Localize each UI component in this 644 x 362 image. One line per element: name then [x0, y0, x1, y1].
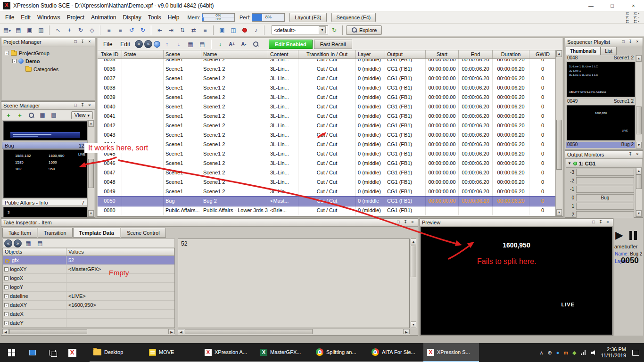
close-icon[interactable]: ×	[604, 220, 611, 226]
playlist-scrollbar[interactable]	[635, 55, 642, 148]
expand-icon[interactable]	[4, 312, 8, 316]
font-increase-button[interactable]	[227, 39, 237, 49]
grid-view-button[interactable]	[185, 39, 196, 49]
fast-recall-tab[interactable]: Fast Recall	[314, 40, 352, 49]
tree-node-projectgroup[interactable]: ProjectGroup	[2, 49, 94, 57]
object-row[interactable]: logoX	[3, 274, 174, 283]
search-button[interactable]	[250, 39, 261, 49]
scrollbar-thumb[interactable]	[185, 329, 313, 334]
scene-group-bug[interactable]: Bug 12	[2, 142, 87, 149]
previous-object-button[interactable]: «	[4, 239, 12, 247]
globe-icon[interactable]	[154, 41, 160, 48]
scroll-up-arrow[interactable]	[88, 120, 94, 127]
menu-item[interactable]: Project	[64, 12, 88, 23]
save-button[interactable]	[25, 25, 35, 35]
close-icon[interactable]: ×	[86, 103, 93, 109]
inspector-tab[interactable]: Transition	[38, 228, 73, 238]
scroll-up-arrow[interactable]	[411, 239, 416, 245]
scroll-left-arrow[interactable]	[2, 329, 9, 334]
add-group-button[interactable]	[15, 110, 25, 120]
network-icon[interactable]	[581, 350, 586, 355]
layout-button[interactable]: Layout (F3)	[289, 13, 326, 22]
menu-item[interactable]: Animation	[88, 12, 119, 23]
expand-icon[interactable]	[4, 321, 8, 325]
output-channel-header[interactable]: ▼ 1: CG1	[566, 159, 642, 168]
edit-enabled-tab[interactable]: Edit Enabled	[269, 40, 313, 49]
list-view-button[interactable]	[35, 238, 45, 248]
table-row[interactable]: 0046 Scene1 Scene1 2 3L-Lin... Cut / Cut…	[98, 159, 555, 168]
next-take-button[interactable]: »	[144, 40, 152, 48]
scroll-down-arrow[interactable]	[636, 210, 642, 217]
float-icon[interactable]: □	[72, 103, 79, 109]
shield-icon[interactable]: ◆	[572, 350, 576, 356]
table-row[interactable]: 0038 Scene1 Scene1 2 3L-Lin... Cut / Cut…	[98, 83, 555, 93]
pinned-browser-icon[interactable]	[23, 343, 42, 362]
scene-manager-scrollbar[interactable]	[87, 120, 94, 217]
distribute-left-button[interactable]	[155, 25, 165, 35]
gear-icon[interactable]: ⊕	[547, 350, 552, 356]
scrollbar-thumb[interactable]	[88, 159, 94, 188]
record-button[interactable]	[239, 25, 250, 35]
tray-expand-icon[interactable]: ∧	[539, 350, 543, 356]
playlist-item-label[interactable]: 0049 Scene1 2	[566, 99, 635, 105]
scroll-right-arrow[interactable]	[403, 329, 410, 334]
tree-node-demo[interactable]: Demo	[2, 57, 94, 65]
column-header[interactable]: Objects	[3, 248, 66, 255]
output-layer-row[interactable]: 2	[566, 210, 635, 219]
value-editor[interactable]: 52	[178, 239, 410, 328]
scrollbar-thumb[interactable]	[556, 120, 562, 169]
sequencer-file-menu[interactable]: File	[100, 40, 116, 49]
audio-button[interactable]	[251, 25, 261, 35]
taskbar-app-button[interactable]: Splitting an...	[312, 343, 368, 362]
table-row[interactable]: 0043 Scene1 Scene1 2 3L-Lin... Cut / Cut…	[98, 131, 555, 140]
redo-button[interactable]	[138, 25, 148, 35]
default-combo[interactable]: <default>▾	[272, 25, 328, 34]
column-header[interactable]: State	[122, 50, 164, 58]
float-icon[interactable]: □	[395, 220, 402, 226]
open-project-button[interactable]	[2, 25, 12, 35]
public-affairs-thumbnail[interactable]: 3	[3, 207, 87, 217]
close-icon[interactable]: ×	[409, 220, 416, 226]
taskbar-app-button[interactable]: MOVE	[145, 343, 201, 362]
table-row[interactable]: 0040 Scene1 Scene1 2 3L-Lin... Cut / Cut…	[98, 102, 555, 112]
paste-button[interactable]	[36, 25, 46, 35]
font-decrease-button[interactable]	[239, 39, 249, 49]
column-header[interactable]: GWID	[529, 50, 555, 58]
pin-icon[interactable]: ↧	[627, 39, 634, 45]
close-button[interactable]: ×	[623, 0, 644, 11]
scroll-down-arrow[interactable]	[411, 321, 416, 328]
bug-scene-thumbnail[interactable]: 1585,182 1600,950 LIVE 1585 1600 182 950	[3, 149, 87, 198]
pin-icon[interactable]: ↧	[627, 152, 634, 158]
play-button[interactable]: ▶	[615, 230, 623, 241]
taskbar-app-button[interactable]: X XPression S...	[423, 343, 479, 362]
thumbnail-view-button[interactable]	[37, 110, 48, 120]
view-dropdown[interactable]: View	[71, 111, 93, 119]
collapse-icon[interactable]	[5, 51, 9, 55]
grid-view-button[interactable]	[23, 238, 33, 248]
justify-button[interactable]	[200, 25, 210, 35]
output-layer-row[interactable]: 1	[566, 202, 635, 210]
editor-hscrollbar[interactable]	[178, 328, 410, 335]
insert-take-button[interactable]	[215, 39, 225, 49]
monitors-scrollbar[interactable]	[635, 168, 642, 217]
column-header[interactable]: Content	[268, 50, 298, 58]
table-row[interactable]: 0080 Public Affairs... Public Affairs - …	[98, 206, 555, 215]
pinned-xpression-icon[interactable]: X	[62, 343, 82, 362]
close-icon[interactable]: ×	[634, 39, 641, 45]
object-row[interactable]: dateline <LIVE>	[3, 292, 174, 301]
playlist-thumbnail[interactable]: 1L-Line 1 1L-Line 1 LC 3L-Line 1 3L-Line…	[567, 62, 635, 97]
column-header[interactable]: Output	[385, 50, 426, 58]
taskbar-app-button[interactable]: X XPression A...	[201, 343, 256, 362]
table-row[interactable]: 0049 Scene1 Scene1 2 3L-Lin... Cut / Cut…	[98, 187, 555, 197]
move-tool-button[interactable]	[64, 25, 74, 35]
distribute-vertical-button[interactable]	[177, 25, 188, 35]
scroll-down-arrow[interactable]	[88, 210, 94, 217]
action-center-icon[interactable]	[632, 350, 639, 356]
add-scene-button[interactable]	[3, 110, 14, 120]
object-row[interactable]: logoXY <MasterGFX>	[3, 265, 174, 274]
align-center-button[interactable]	[115, 25, 125, 35]
table-row[interactable]: 0039 Scene1 Scene1 2 3L-Lin... Cut / Cut…	[98, 93, 555, 102]
playlist-item-label[interactable]: 0050 Bug 2	[566, 142, 635, 148]
float-icon[interactable]: □	[72, 39, 79, 45]
scrollbar-thumb[interactable]	[411, 246, 416, 277]
